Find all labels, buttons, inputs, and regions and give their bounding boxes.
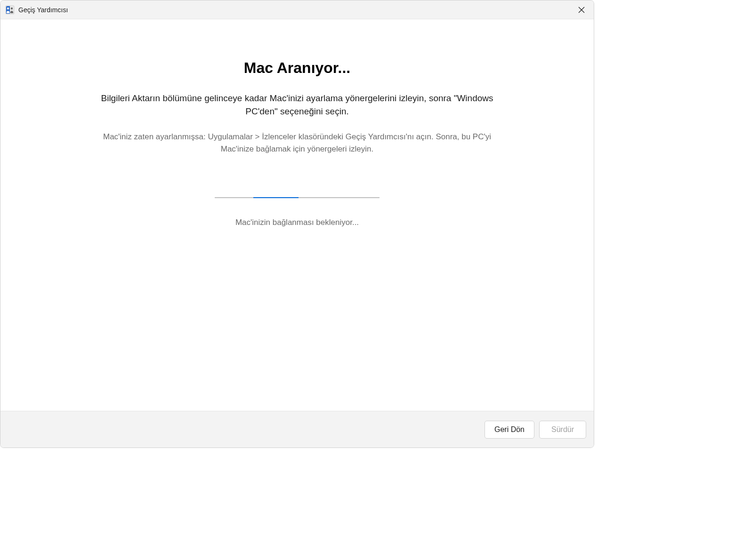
titlebar: Geçiş Yardımcısı <box>0 0 594 19</box>
footer: Geri Dön Sürdür <box>0 411 594 448</box>
instruction-primary: Bilgileri Aktarın bölümüne gelinceye kad… <box>90 92 504 118</box>
instruction-secondary: Mac'iniz zaten ayarlanmışsa: Uygulamalar… <box>90 131 504 155</box>
svg-point-2 <box>11 7 13 9</box>
status-text: Mac'inizin bağlanması bekleniyor... <box>235 218 359 227</box>
back-button[interactable]: Geri Dön <box>485 421 534 439</box>
progress-bar <box>215 197 380 198</box>
window-title: Geçiş Yardımcısı <box>18 6 574 14</box>
main-content: Mac Aranıyor... Bilgileri Aktarın bölümü… <box>0 19 594 411</box>
close-button[interactable] <box>574 2 589 17</box>
progress-indicator <box>253 197 299 198</box>
continue-button[interactable]: Sürdür <box>539 421 586 439</box>
page-heading: Mac Aranıyor... <box>244 59 350 77</box>
close-icon <box>578 7 585 13</box>
app-icon <box>5 5 15 15</box>
svg-point-1 <box>7 7 9 9</box>
